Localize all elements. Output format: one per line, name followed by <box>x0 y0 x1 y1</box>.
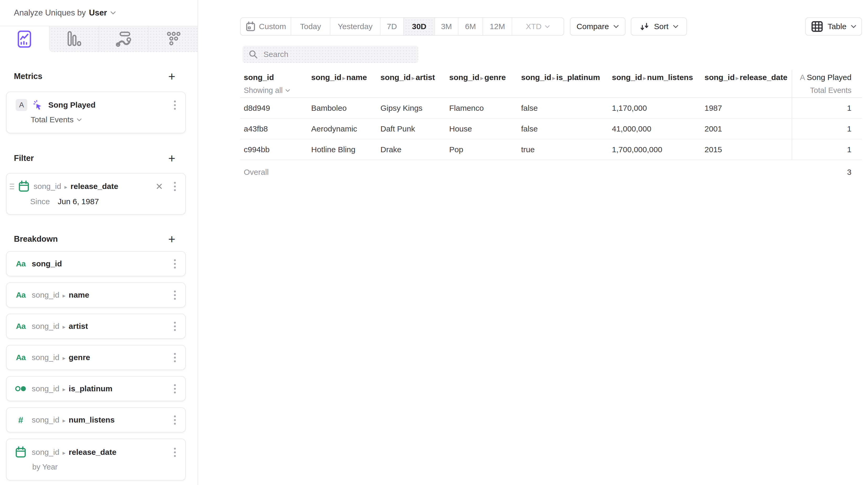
metrics-title: Metrics <box>14 72 42 81</box>
text-type-icon: Aa <box>16 322 26 331</box>
breakdown-card-genre[interactable]: Aa song_id ▸ genre <box>6 345 186 370</box>
property-arrow-icon: ▸ <box>62 355 65 361</box>
filter-operator-dropdown[interactable]: Since <box>30 197 50 206</box>
kebab-menu-icon[interactable] <box>173 446 177 458</box>
cell-is-platinum: true <box>518 139 608 159</box>
range-6m[interactable]: 6M <box>458 18 483 35</box>
column-prefix: song_id <box>612 73 642 82</box>
column-header-artist[interactable]: song_id▸artist <box>377 70 445 97</box>
search-input[interactable] <box>263 50 412 59</box>
range-7d[interactable]: 7D <box>380 18 403 35</box>
property-arrow-icon: ▸ <box>62 386 65 393</box>
tab-retention[interactable] <box>148 26 197 52</box>
column-header-song-id[interactable]: song_id Showing all <box>240 70 308 97</box>
metric-column-title: Song Played <box>807 73 851 82</box>
kebab-menu-icon[interactable] <box>173 383 177 395</box>
kebab-menu-icon[interactable] <box>173 352 177 364</box>
cell-release-date: 1987 <box>701 98 792 118</box>
chevron-down-icon[interactable] <box>110 11 116 15</box>
table-header-row: song_id Showing all song_id▸name song_id… <box>240 70 862 98</box>
range-3m[interactable]: 3M <box>435 18 458 35</box>
metric-event-name[interactable]: Song Played <box>48 100 95 110</box>
column-header-genre[interactable]: song_id▸genre <box>445 70 518 97</box>
kebab-menu-icon[interactable] <box>173 414 177 426</box>
range-yesterday[interactable]: Yesterday <box>330 18 380 35</box>
table-row[interactable]: a43fb8 Aerodynamic Daft Punk House false… <box>240 119 862 139</box>
metric-aggregation-dropdown[interactable]: Total Events <box>31 115 177 124</box>
property-arrow-icon: ▸ <box>62 417 65 424</box>
cell-name: Hotline Bling <box>308 139 377 159</box>
table-row[interactable]: d8d949 Bamboleo Gipsy Kings Flamenco fal… <box>240 98 862 119</box>
filter-value[interactable]: Jun 6, 1987 <box>58 197 99 206</box>
metric-series-letter: A <box>800 73 805 82</box>
filter-title: Filter <box>14 154 34 163</box>
kebab-menu-icon[interactable] <box>173 99 177 111</box>
sort-button[interactable]: Sort <box>631 17 687 36</box>
breakdown-property: genre <box>69 353 90 362</box>
table-row[interactable]: c994bb Hotline Bling Drake Pop true 1,70… <box>240 139 862 160</box>
range-30d-selected[interactable]: 30D <box>403 18 435 35</box>
metric-card[interactable]: A Song Played Total Events <box>6 92 186 133</box>
cell-artist: Gipsy Kings <box>377 98 445 118</box>
column-header-name[interactable]: song_id▸name <box>308 70 377 97</box>
breakdown-card-is-platinum[interactable]: song_id ▸ is_platinum <box>6 376 186 401</box>
table-search[interactable] <box>243 46 418 63</box>
tab-insights-selected[interactable] <box>0 26 49 52</box>
remove-filter-icon[interactable] <box>156 183 163 190</box>
cell-metric-value: 1 <box>792 98 862 118</box>
column-header-num-listens[interactable]: song_id▸num_listens <box>608 70 701 97</box>
chevron-down-icon <box>76 118 82 122</box>
breakdown-card-artist[interactable]: Aa song_id ▸ artist <box>6 314 186 339</box>
property-arrow-icon: ▸ <box>342 75 345 81</box>
breakdown-card-song-id[interactable]: Aa song_id <box>6 251 186 276</box>
range-12m[interactable]: 12M <box>483 18 512 35</box>
sort-label: Sort <box>654 22 668 31</box>
chevron-down-icon <box>545 25 550 28</box>
cell-metric-value: 1 <box>792 139 862 159</box>
add-filter-button[interactable]: + <box>168 152 175 164</box>
cell-num-listens: 1,700,000,000 <box>608 139 701 159</box>
property-arrow-icon: ▸ <box>480 75 483 81</box>
view-type-button[interactable]: Table <box>805 17 862 36</box>
breakdown-card-release-date[interactable]: song_id ▸ release_date by Year <box>6 438 186 481</box>
add-metric-button[interactable]: + <box>168 70 175 83</box>
compare-button[interactable]: Compare <box>570 17 625 36</box>
column-title: name <box>346 73 367 82</box>
breakdown-prefix: song_id <box>32 322 59 330</box>
cell-song-id: a43fb8 <box>240 119 308 139</box>
breakdown-prefix: song_id <box>32 291 59 299</box>
column-prefix: song_id <box>380 73 411 82</box>
kebab-menu-icon[interactable] <box>173 320 177 333</box>
showing-all-dropdown[interactable]: Showing all <box>244 86 308 95</box>
range-custom[interactable]: Custom <box>241 18 291 35</box>
breakdown-bucket-label[interactable]: by Year <box>32 463 177 472</box>
kebab-menu-icon[interactable] <box>173 258 177 270</box>
range-label: Custom <box>259 22 286 31</box>
drag-handle-icon[interactable] <box>10 184 14 189</box>
retention-dots-icon <box>165 31 182 48</box>
add-breakdown-button[interactable]: + <box>168 233 175 245</box>
property-arrow-icon: ▸ <box>62 450 65 456</box>
tab-bar-chart[interactable] <box>49 26 99 52</box>
range-today[interactable]: Today <box>291 18 330 35</box>
breakdown-prefix: song_id <box>32 416 59 424</box>
breakdown-card-name[interactable]: Aa song_id ▸ name <box>6 282 186 308</box>
kebab-menu-icon[interactable] <box>173 289 177 301</box>
column-header-is-platinum[interactable]: song_id▸is_platinum <box>518 70 608 97</box>
chevron-down-icon <box>613 25 619 28</box>
breakdown-prefix: song_id <box>32 353 59 362</box>
view-type-label: Table <box>828 22 846 31</box>
tab-funnel-flow[interactable] <box>99 26 148 52</box>
range-xtd[interactable]: XTD <box>512 18 564 35</box>
filter-card[interactable]: song_id ▸ release_date Since Jun 6, 1987 <box>6 173 186 215</box>
analyze-entity-dropdown[interactable]: User <box>89 8 107 18</box>
column-header-release-date[interactable]: song_id▸release_date <box>701 70 792 97</box>
breakdown-card-num-listens[interactable]: # song_id ▸ num_listens <box>6 407 186 432</box>
kebab-menu-icon[interactable] <box>173 180 177 193</box>
breakdown-property: name <box>69 291 89 299</box>
column-prefix: song_id <box>521 73 551 82</box>
event-cursor-click-icon <box>32 99 43 111</box>
column-header-metric[interactable]: A Song Played Total Events <box>792 70 862 97</box>
funnel-flow-icon <box>115 30 132 48</box>
range-label: Today <box>300 22 321 31</box>
